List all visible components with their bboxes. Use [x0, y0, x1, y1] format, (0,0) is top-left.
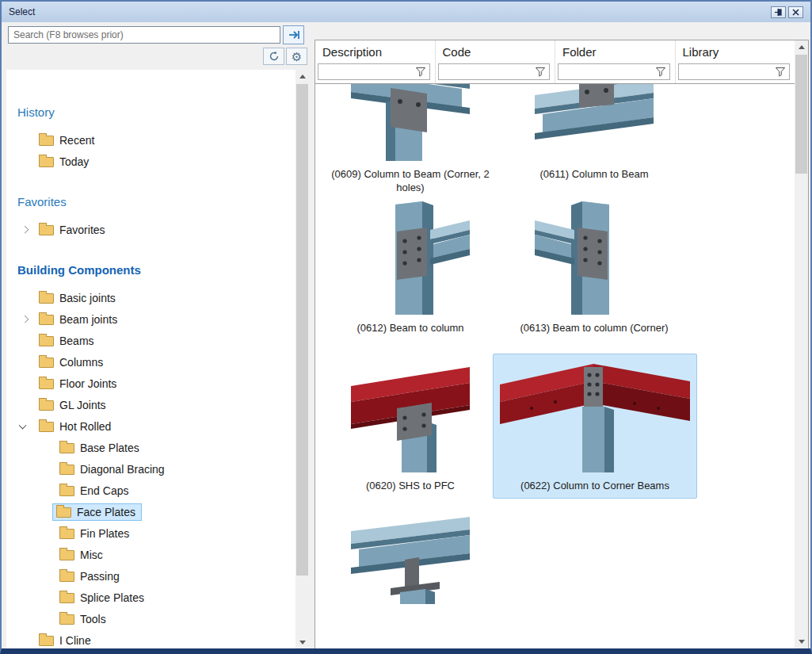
- tree-item-beam-joints[interactable]: Beam joints: [6, 308, 295, 330]
- folder-icon: [59, 593, 74, 603]
- tree-item-base-plates[interactable]: Base Plates: [6, 437, 295, 458]
- description-filter-input[interactable]: [318, 63, 430, 80]
- title-bar[interactable]: Select: [2, 2, 810, 22]
- shs-to-ub-thumbnail: [351, 511, 470, 604]
- grid-header: Description Code F: [315, 40, 795, 84]
- history-header-label: History: [17, 105, 55, 119]
- scroll-down-button[interactable]: [795, 635, 808, 648]
- close-button[interactable]: [788, 6, 803, 18]
- arrow-up-icon: [299, 75, 306, 78]
- tree-section-history[interactable]: History: [6, 101, 295, 123]
- tree-item-hot-rolled[interactable]: Hot Rolled: [6, 415, 295, 437]
- settings-button[interactable]: ⚙: [286, 48, 307, 65]
- tree-item-diagonal-bracing[interactable]: Diagonal Bracing: [6, 458, 295, 480]
- folder-icon: [59, 614, 74, 625]
- go-arrow-icon: [288, 29, 300, 40]
- scroll-up-button[interactable]: [295, 70, 309, 83]
- component-caption: (0609) Column to Beam (Corner, 2 holes): [328, 168, 493, 195]
- arrow-down-icon: [799, 640, 805, 644]
- window-title: Select: [9, 6, 35, 17]
- tree-item-partial-bottom[interactable]: I Cline: [6, 629, 295, 649]
- component-caption: (0622) Column to Corner Beams: [520, 480, 669, 493]
- component-item-0611[interactable]: (0611) Column to Beam: [502, 84, 686, 182]
- column-header-library[interactable]: Library: [676, 40, 795, 83]
- library-filter-input[interactable]: [678, 63, 791, 80]
- folder-icon: [39, 336, 54, 346]
- favorites-header-label: Favorites: [17, 195, 67, 208]
- folder-icon: [59, 465, 74, 475]
- component-item-0620[interactable]: (0620) SHS to PFC: [318, 358, 502, 493]
- column-header-folder[interactable]: Folder: [555, 40, 676, 83]
- folder-icon: [39, 136, 54, 146]
- filter-funnel-icon: [415, 67, 427, 77]
- scrollbar-thumb[interactable]: [296, 84, 308, 576]
- column-header-description[interactable]: Description: [315, 40, 436, 83]
- chevron-right-icon[interactable]: [21, 315, 29, 323]
- code-filter-input[interactable]: [438, 63, 551, 80]
- tree-section-building-components[interactable]: Building Components: [6, 259, 295, 281]
- refresh-icon: [269, 51, 280, 62]
- tree-scrollbar[interactable]: [295, 70, 309, 649]
- folder-icon: [39, 315, 54, 325]
- building-components-header-label: Building Components: [17, 263, 141, 277]
- folder-icon: [59, 529, 74, 539]
- filter-funnel-icon: [655, 67, 667, 77]
- folder-icon: [39, 225, 54, 235]
- folder-icon: [59, 550, 74, 560]
- scroll-down-button[interactable]: [295, 636, 309, 649]
- tree-item-passing[interactable]: Passing: [6, 565, 295, 587]
- refresh-button[interactable]: [263, 48, 284, 65]
- folder-icon: [56, 507, 71, 518]
- beam-to-column-corner-thumbnail: [535, 200, 654, 315]
- tree-item-beams[interactable]: Beams: [6, 330, 295, 351]
- column-to-corner-beams-thumbnail: [500, 358, 690, 472]
- beam-to-column-thumbnail: [351, 200, 470, 315]
- component-grid-panel: Description Code F: [315, 40, 809, 649]
- grid-scrollbar[interactable]: [795, 40, 808, 648]
- component-caption: (0612) Beam to column: [356, 322, 463, 335]
- tree-item-tools[interactable]: Tools: [6, 608, 295, 629]
- tree-item-gl-joints[interactable]: GL Joints: [6, 394, 295, 415]
- scroll-up-button[interactable]: [795, 40, 808, 54]
- folder-icon: [59, 572, 74, 582]
- component-caption: (0620) SHS to PFC: [366, 480, 455, 493]
- component-item-0622[interactable]: (0622) Column to Corner Beams: [493, 354, 697, 499]
- folder-filter-input[interactable]: [558, 63, 670, 80]
- tree-item-floor-joints[interactable]: Floor Joints: [6, 373, 295, 394]
- chevron-right-icon[interactable]: [21, 225, 29, 233]
- gear-icon: ⚙: [292, 51, 302, 63]
- search-go-button[interactable]: [283, 25, 304, 44]
- component-item-0613[interactable]: (0613) Beam to column (Corner): [502, 200, 686, 335]
- filter-funnel-icon: [535, 67, 547, 77]
- tree-item-face-plates[interactable]: Face Plates: [6, 501, 295, 522]
- component-caption: (0611) Column to Beam: [539, 168, 648, 182]
- component-grid-body: (0609) Column to Beam (Corner, 2 holes): [315, 84, 795, 604]
- component-item-0805[interactable]: (0805) SHS to UB: [318, 511, 502, 604]
- tree-item-splice-plates[interactable]: Splice Plates: [6, 587, 295, 608]
- pin-button[interactable]: [771, 6, 786, 18]
- tree-item-fin-plates[interactable]: Fin Plates: [6, 522, 295, 544]
- folder-icon: [59, 443, 74, 453]
- component-caption: (0613) Beam to column (Corner): [520, 322, 668, 335]
- search-input[interactable]: [8, 26, 280, 44]
- tree-item-end-caps[interactable]: End Caps: [6, 480, 295, 501]
- shs-to-pfc-thumbnail: [351, 358, 470, 472]
- component-item-0612[interactable]: (0612) Beam to column: [318, 200, 502, 335]
- tree-item-favorites[interactable]: Favorites: [6, 219, 295, 240]
- scrollbar-thumb[interactable]: [795, 55, 807, 174]
- chevron-down-icon[interactable]: [19, 421, 27, 429]
- tree-item-columns[interactable]: Columns: [6, 351, 295, 373]
- folder-icon: [39, 358, 54, 368]
- component-item-0609[interactable]: (0609) Column to Beam (Corner, 2 holes): [318, 84, 502, 195]
- folder-icon: [39, 293, 54, 304]
- tree-item-today[interactable]: Today: [6, 151, 295, 172]
- tree-item-misc[interactable]: Misc: [6, 544, 295, 565]
- tree-item-basic-joints[interactable]: Basic joints: [6, 287, 295, 308]
- tree-section-favorites[interactable]: Favorites: [6, 191, 295, 212]
- arrow-down-icon: [299, 641, 306, 644]
- pin-icon: [774, 8, 783, 17]
- folder-icon: [39, 636, 54, 646]
- tree-item-recent[interactable]: Recent: [6, 129, 295, 151]
- column-header-code[interactable]: Code: [436, 40, 556, 83]
- filter-funnel-icon: [775, 67, 787, 77]
